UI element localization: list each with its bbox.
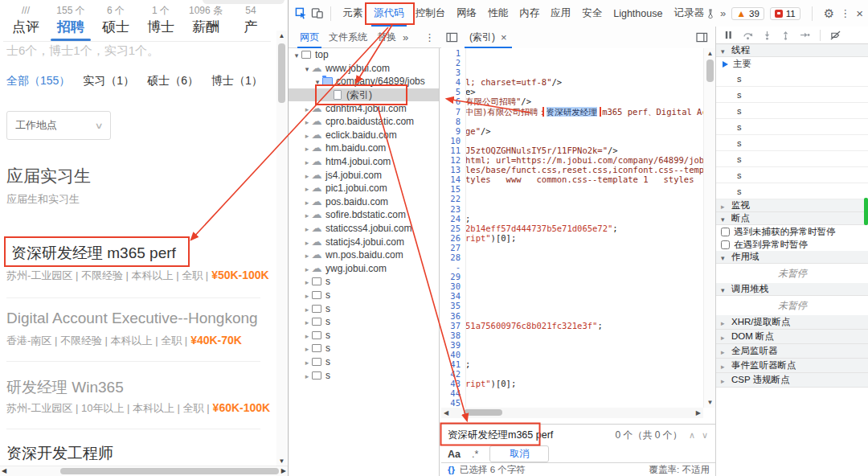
file-tree-item[interactable]: staticcss4.jobui.com (289, 222, 439, 236)
file-tree-item[interactable]: staticjs4.jobui.com (289, 235, 439, 248)
line-number[interactable]: 36 (441, 311, 465, 321)
debugger-section-header[interactable]: CSP 违规断点 (716, 373, 868, 388)
code-line[interactable]: 35 (441, 301, 703, 310)
editor-tab-index[interactable]: (索引) × (463, 27, 514, 48)
file-tree-item[interactable]: js4.jobui.com (289, 168, 439, 182)
line-number[interactable]: 13 (441, 165, 465, 174)
devtools-tab[interactable]: 网络 (451, 0, 482, 27)
disclosure-arrow-icon[interactable] (303, 263, 311, 274)
scroll-left-arrow-icon[interactable]: ◀ (2, 467, 6, 474)
line-number[interactable]: 7 (441, 107, 465, 117)
line-number[interactable]: - (441, 262, 465, 272)
scrollbar-thumb[interactable] (278, 43, 285, 103)
line-number[interactable]: 23 (441, 204, 465, 214)
code-line[interactable]: 1 (441, 48, 703, 58)
issues-badge[interactable]: 11 (770, 7, 800, 20)
job-filter-link[interactable]: 全部（155） (6, 74, 70, 88)
devtools-tab[interactable]: 安全 (576, 0, 608, 27)
file-tree-item[interactable]: wn.pos.baidu.com (289, 248, 439, 262)
match-case-toggle[interactable]: Aa (448, 449, 461, 460)
disclosure-arrow-icon[interactable] (313, 76, 321, 87)
disclosure-arrow-icon[interactable] (303, 156, 311, 167)
debugger-section-header[interactable]: XHR/提取断点 (716, 315, 868, 330)
job-filter-link[interactable]: 博士（1） (211, 74, 263, 88)
warnings-badge[interactable]: ▲ 39 (731, 7, 764, 20)
file-tree-item[interactable]: eclick.baidu.com (289, 129, 439, 142)
disclosure-arrow-icon[interactable] (303, 343, 311, 354)
scope-section-header[interactable]: 作用域 (716, 251, 868, 264)
devtools-tab[interactable]: Lighthouse (608, 0, 668, 27)
scroll-up-arrow-icon[interactable]: ▲ (276, 32, 287, 39)
devtools-tab[interactable]: 性能 (482, 0, 514, 27)
line-number[interactable]: 11 (441, 146, 465, 155)
navigator-tab-overrides[interactable]: 替换 (372, 27, 401, 48)
devtools-tab[interactable]: 内存 (514, 0, 545, 27)
code-line[interactable]: 24 ; (441, 214, 703, 224)
file-tree-item[interactable]: (索引) (289, 88, 439, 102)
scroll-right-arrow-icon[interactable]: ▶ (696, 409, 701, 416)
disclosure-arrow-icon[interactable] (303, 103, 311, 114)
line-number[interactable]: 27 (441, 243, 465, 252)
line-number[interactable]: 22 (441, 194, 465, 203)
thread-frame-row[interactable]: s (716, 151, 868, 167)
line-number[interactable]: 43 (441, 379, 465, 388)
disclosure-arrow-icon[interactable] (303, 356, 311, 367)
disclosure-arrow-icon[interactable] (303, 303, 311, 314)
line-number[interactable]: 34 (441, 291, 465, 301)
disclosure-arrow-icon[interactable] (303, 142, 311, 154)
debugger-section-header[interactable]: 事件监听器断点 (716, 359, 868, 373)
disclosure-arrow-icon[interactable] (303, 63, 311, 74)
scrollbar-thumb[interactable] (464, 409, 502, 416)
show-debugger-icon[interactable] (696, 32, 708, 43)
code-line[interactable]: 5 e> (441, 87, 703, 96)
site-nav-tab[interactable]: 6 个 硕士 (93, 4, 138, 41)
job-title[interactable]: 资深研发经理 m365 perf (11, 243, 176, 264)
line-number[interactable]: 42 (441, 369, 465, 379)
disclosure-arrow-icon[interactable] (303, 276, 311, 287)
line-number[interactable]: 4 (441, 77, 465, 87)
file-tree-item[interactable]: pos.baidu.com (289, 195, 439, 209)
file-tree-item[interactable]: sofire.bdstatic.com (289, 208, 439, 222)
line-number[interactable]: 26 (441, 233, 465, 243)
more-tabs-icon[interactable]: » (720, 7, 726, 19)
code-line[interactable]: 44 (441, 388, 703, 398)
line-number[interactable]: 25 (441, 224, 465, 233)
file-tree-item[interactable]: cdnhtm4.jobui.com (289, 101, 439, 115)
job-title[interactable]: Digital Account Executive--Hongkong (6, 310, 258, 327)
file-tree-item[interactable]: www.jobui.com (289, 62, 439, 76)
line-number[interactable]: 8 (441, 117, 465, 126)
disclosure-arrow-icon[interactable] (303, 116, 311, 127)
code-line[interactable]: 2 (441, 58, 703, 68)
line-number[interactable]: 1 (441, 48, 465, 58)
file-tree-item[interactable]: s (289, 368, 439, 382)
file-tree-item[interactable]: ywg.jobui.com (289, 262, 439, 276)
code-line[interactable]: 14 tyles___www___common.css--template_1_… (441, 174, 703, 184)
kebab-menu-icon[interactable]: ⋮ (424, 31, 435, 43)
thread-frame-row[interactable]: s (716, 71, 868, 87)
code-line[interactable]: 15 (441, 184, 703, 194)
code-line[interactable]: 30 (441, 281, 703, 291)
line-number[interactable]: 39 (441, 340, 465, 350)
file-tree-item[interactable]: s (289, 302, 439, 315)
thread-frame-row[interactable]: s (716, 119, 868, 135)
scroll-down-arrow-icon[interactable]: ▼ (276, 458, 287, 465)
file-tree-item[interactable]: htm4.jobui.com (289, 155, 439, 169)
code-line[interactable]: 8 (441, 117, 703, 126)
job-filter-link[interactable]: 实习（1） (83, 74, 134, 88)
editor-horizontal-scrollbar[interactable]: ◀ ▶ (441, 408, 703, 418)
code-line[interactable]: 25 2b14eff57d444737b5e71d065e72"; (441, 224, 703, 233)
thread-frame-row[interactable]: s (716, 167, 868, 183)
breakpoints-section-header[interactable]: 断点 (716, 212, 868, 225)
line-number[interactable]: 35 (441, 301, 465, 310)
thread-frame-row[interactable]: s (716, 87, 868, 103)
gear-icon[interactable]: ⚙ (824, 6, 834, 21)
code-line[interactable]: 11 J5ztOQZGHNulsIY5r/11FPNo2k="/> (441, 146, 703, 155)
regex-toggle[interactable]: .* (472, 449, 478, 460)
code-line[interactable]: 10 (441, 136, 703, 146)
disclosure-arrow-icon[interactable] (303, 223, 311, 234)
breakpoint-checkbox[interactable] (721, 240, 730, 249)
step-icon[interactable] (800, 31, 810, 39)
file-tree-item[interactable]: s (289, 315, 439, 329)
kebab-menu-icon[interactable]: ⋮ (840, 7, 850, 19)
file-tree-item[interactable]: s (289, 355, 439, 369)
